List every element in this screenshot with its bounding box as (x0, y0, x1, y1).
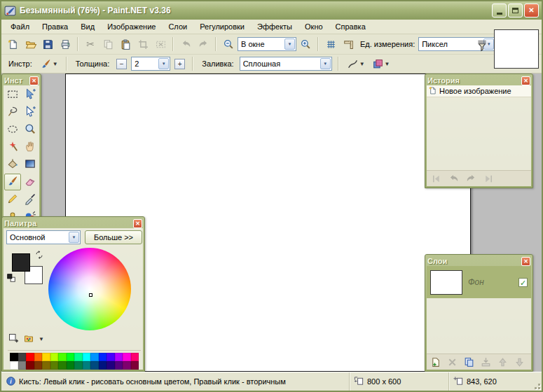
open-file-button[interactable] (22, 36, 39, 52)
palette-swatch[interactable] (74, 353, 83, 361)
delete-layer-button[interactable] (445, 355, 460, 369)
palette-swatch[interactable] (115, 361, 123, 370)
tool-paintbrush[interactable] (4, 174, 21, 190)
palette-swatch[interactable] (26, 353, 34, 361)
palette-swatch[interactable] (99, 353, 107, 361)
tools-window-titlebar[interactable]: Инст ✕ (4, 76, 39, 85)
swap-colors-icon[interactable] (34, 250, 44, 260)
copy-button[interactable] (99, 36, 116, 52)
increase-width-button[interactable]: + (174, 59, 185, 69)
palette-swatch[interactable] (106, 361, 115, 370)
palette-swatch[interactable] (42, 353, 50, 361)
history-fast-forward-button[interactable] (481, 172, 496, 186)
cut-button[interactable]: ✂ (82, 36, 99, 52)
palette-swatch[interactable] (67, 353, 75, 361)
zoom-in-button[interactable] (297, 36, 314, 52)
titlebar[interactable]: Безымянный (76%) - Paint.NET v3.36 ✕ (1, 1, 542, 20)
menu-item-window[interactable]: Окно (298, 21, 329, 32)
add-layer-button[interactable] (428, 355, 443, 369)
reset-colors-icon[interactable] (6, 273, 16, 283)
blend-mode-button[interactable]: ▼ (370, 56, 392, 71)
tool-pencil[interactable] (4, 191, 21, 208)
funnel-icon[interactable] (476, 39, 488, 52)
tool-eraser[interactable] (22, 174, 39, 190)
rulers-button[interactable] (340, 36, 357, 52)
tool-lasso-select[interactable] (4, 104, 21, 120)
palette-swatch[interactable] (74, 361, 83, 370)
width-combo[interactable]: 2 ▼ (131, 57, 170, 71)
palette-swatch[interactable] (90, 361, 99, 370)
deselect-button[interactable] (152, 36, 169, 52)
palette-swatch[interactable] (123, 361, 131, 370)
palette-swatch[interactable] (10, 361, 18, 370)
palette-window-titlebar[interactable]: Палитра ✕ (4, 218, 143, 228)
palette-swatch[interactable] (50, 353, 59, 361)
palette-swatch[interactable] (10, 353, 18, 361)
palette-menu-icon[interactable] (23, 332, 34, 345)
resize-grip[interactable] (531, 372, 542, 391)
history-window-close-button[interactable]: ✕ (521, 76, 530, 85)
menu-item-effects[interactable]: Эффекты (251, 21, 298, 32)
history-rewind-button[interactable] (428, 172, 444, 186)
save-button[interactable] (39, 36, 56, 52)
tool-color-picker[interactable] (22, 191, 39, 208)
tool-rectangle-select[interactable] (4, 86, 21, 103)
palette-swatch[interactable] (99, 361, 107, 370)
grid-button[interactable] (322, 36, 339, 52)
palette-swatch[interactable] (67, 361, 75, 370)
menu-item-help[interactable]: Справка (329, 21, 372, 32)
decrease-width-button[interactable]: − (116, 59, 127, 69)
tool-magic-wand[interactable] (4, 139, 21, 155)
palette-swatch[interactable] (34, 361, 43, 370)
menu-item-image[interactable]: Изображение (101, 21, 162, 32)
palette-swatch[interactable] (131, 361, 139, 370)
layer-visible-checkbox[interactable]: ✓ (518, 278, 528, 287)
duplicate-layer-button[interactable] (462, 355, 476, 369)
fill-style-combo[interactable]: Сплошная ▼ (240, 57, 332, 71)
tool-gradient-tool[interactable] (22, 156, 39, 173)
palette-swatch[interactable] (50, 361, 59, 370)
palette-swatch[interactable] (58, 353, 67, 361)
palette-swatch[interactable] (18, 353, 27, 361)
tool-move-selection[interactable] (22, 86, 39, 103)
merge-down-button[interactable] (479, 355, 493, 369)
palette-swatch[interactable] (83, 361, 91, 370)
close-button[interactable]: ✕ (524, 4, 539, 18)
layer-row[interactable]: Фон ✓ (427, 266, 531, 298)
history-undo-button[interactable] (446, 172, 461, 186)
palette-swatch[interactable] (58, 361, 67, 370)
palette-swatch[interactable] (90, 353, 99, 361)
palette-swatch[interactable] (34, 353, 43, 361)
tool-pan-tool[interactable] (22, 139, 39, 155)
palette-swatch[interactable] (18, 361, 27, 370)
palette-swatch[interactable] (26, 361, 34, 370)
menu-item-layers[interactable]: Слои (162, 21, 193, 32)
layer-properties-button[interactable] (529, 355, 531, 369)
menu-item-view[interactable]: Вид (74, 21, 101, 32)
tool-paint-bucket[interactable] (4, 156, 21, 173)
new-file-button[interactable] (4, 36, 21, 52)
add-color-icon[interactable] (8, 332, 19, 345)
zoom-level-combo[interactable]: В окне▼ (238, 37, 296, 51)
zoom-out-button[interactable] (220, 36, 237, 52)
palette-swatch[interactable] (42, 361, 50, 370)
antialiasing-button[interactable]: ▼ (345, 56, 367, 71)
palette-window-close-button[interactable]: ✕ (133, 219, 142, 228)
maximize-button[interactable] (508, 4, 523, 18)
layers-window-titlebar[interactable]: Слои ✕ (427, 256, 531, 266)
palette-swatch[interactable] (131, 353, 139, 361)
print-button[interactable] (57, 36, 74, 52)
active-tool-button[interactable]: ▼ (38, 56, 60, 71)
color-mode-combo[interactable]: Основной ▼ (6, 230, 81, 244)
primary-color-swatch[interactable] (12, 253, 30, 272)
tool-zoom-tool[interactable] (22, 121, 39, 138)
color-wheel[interactable] (48, 248, 131, 330)
history-window-titlebar[interactable]: История ✕ (427, 76, 531, 85)
paste-button[interactable] (117, 36, 134, 52)
menu-item-edit[interactable]: Правка (36, 21, 74, 32)
minimize-button[interactable] (492, 4, 507, 18)
move-layer-down-button[interactable] (512, 355, 527, 369)
undo-button[interactable] (177, 36, 194, 52)
menu-item-file[interactable]: Файл (4, 21, 36, 32)
palette-swatch[interactable] (115, 353, 123, 361)
